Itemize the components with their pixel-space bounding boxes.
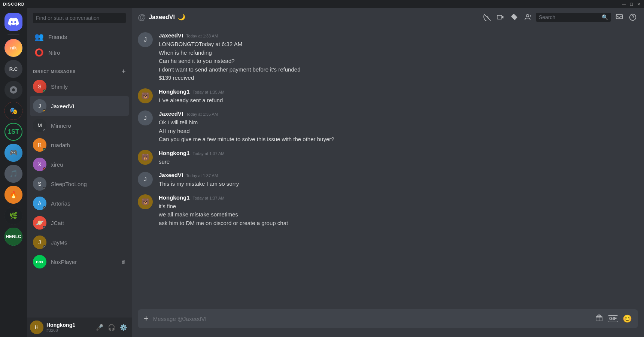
server-icon-8[interactable]: 🔥	[4, 186, 22, 204]
server-icon-7[interactable]: 🎵	[4, 165, 22, 183]
chat-header-user: @ JaxeedVI 🌙	[138, 12, 476, 22]
msg-content-5: JaxeedVI Today at 1:37 AM This is my mis…	[159, 172, 638, 188]
dm-item-minnero[interactable]: M Minnero	[30, 116, 129, 135]
phone-button[interactable]	[482, 12, 492, 22]
settings-button[interactable]: ⚙️	[118, 322, 129, 333]
message-input-area: + GIF	[132, 309, 644, 337]
close-button[interactable]: ✕	[637, 2, 641, 6]
user-tag: #3268	[46, 328, 91, 333]
search-icon: 🔍	[602, 14, 608, 20]
message-input[interactable]	[153, 312, 590, 326]
msg-avatar-5: J	[138, 172, 153, 187]
gift-button[interactable]	[595, 314, 603, 324]
msg-text-5: This is my mistake I am so sorry	[159, 180, 638, 188]
msg-timestamp-1: Today at 1:33 AM	[186, 34, 218, 38]
server-rc-label: R.C	[9, 66, 18, 72]
msg-content-4: Hongkong1 Today at 1:37 AM sure	[159, 150, 638, 166]
msg-header-4: Hongkong1 Today at 1:37 AM	[159, 150, 638, 156]
msg-avatar-6: 🐻	[138, 194, 153, 209]
dm-item-shmily[interactable]: S Shmily	[30, 77, 129, 96]
mic-button[interactable]: 🎤	[94, 322, 105, 333]
msg-text-6: it's fine we all make mistake sometimes …	[159, 202, 638, 228]
dm-avatar-jcatt: 🪐	[33, 216, 46, 230]
user-avatar: H	[30, 321, 43, 334]
dm-item-jayms[interactable]: J JayMs	[30, 233, 129, 252]
server-icon-rc[interactable]: R.C	[4, 60, 22, 78]
restore-button[interactable]: ☐	[629, 2, 634, 6]
dm-avatar-jaxeedvi: J	[33, 99, 46, 113]
server-icon-6[interactable]: 🎮	[4, 144, 22, 162]
dm-avatar-xireu: X	[33, 158, 46, 171]
msg-timestamp-2: Today at 1:35 AM	[193, 90, 225, 94]
friends-label: Friends	[48, 34, 67, 40]
gif-button[interactable]: GIF	[608, 315, 618, 322]
msg-text-2: i 've already sent a refund	[159, 96, 638, 105]
msg-avatar-4: 🐻	[138, 150, 153, 165]
chat-search-input[interactable]	[539, 14, 599, 20]
nitro-icon: ⭕	[34, 48, 44, 57]
dm-list: S Shmily J JaxeedVI M Minnero	[27, 77, 132, 318]
dm-name-xireu: xireu	[51, 161, 63, 168]
msg-content-3: JaxeedVI Today at 1:35 AM Ok I will tell…	[159, 110, 638, 144]
server-icon-5[interactable]: 1ST	[4, 123, 22, 141]
dm-item-jaxeedvi[interactable]: J JaxeedVI	[30, 96, 129, 116]
dm-nav: 👥 Friends ⭕ Nitro	[27, 28, 132, 61]
msg-content-6: Hongkong1 Today at 1:37 AM it's fine we …	[159, 194, 638, 228]
msg-header-6: Hongkong1 Today at 1:37 AM	[159, 194, 638, 201]
message-input-wrapper: + GIF	[138, 309, 638, 328]
dm-item-artorias[interactable]: A Artorias	[30, 194, 129, 213]
add-friend-button[interactable]	[522, 12, 533, 22]
server-icon-4[interactable]: 🎭	[4, 102, 22, 120]
nox-name: NoxPlayer	[51, 259, 77, 265]
emoji-icon: 😊	[623, 315, 632, 323]
dm-item-noxplayer[interactable]: nox NoxPlayer 🖥	[30, 252, 129, 271]
msg-author-2: Hongkong1	[159, 88, 190, 95]
video-button[interactable]	[495, 12, 506, 22]
gif-label: GIF	[609, 316, 617, 321]
message-group-4: 🐻 Hongkong1 Today at 1:37 AM sure	[138, 150, 638, 166]
svg-point-4	[526, 14, 529, 17]
pin-button[interactable]	[509, 12, 519, 22]
dm-item-ruadath[interactable]: R ruadath	[30, 135, 129, 155]
nitro-nav-item[interactable]: ⭕ Nitro	[30, 45, 129, 60]
friends-nav-item[interactable]: 👥 Friends	[30, 29, 129, 44]
search-wrapper: 🔍	[536, 13, 611, 22]
attach-button[interactable]: +	[144, 309, 149, 328]
msg-author-4: Hongkong1	[159, 150, 190, 156]
dm-name-minnero: Minnero	[51, 122, 71, 129]
server-icon-nikato[interactable]: nik	[4, 39, 22, 57]
dm-avatar-ruadath: R	[33, 138, 46, 152]
msg-text-1: LONGBONGTOToday at 6:32 AM When is he re…	[159, 40, 638, 82]
server-icon-9[interactable]: 🌿	[4, 207, 22, 225]
svg-rect-7	[616, 14, 623, 19]
chat-username: JaxeedVI	[149, 14, 174, 21]
dm-avatar-shmily: S	[33, 80, 46, 93]
message-group-2: 🐻 Hongkong1 Today at 1:35 AM i 've alrea…	[138, 88, 638, 105]
find-conversation-input[interactable]	[33, 13, 126, 23]
msg-author-5: JaxeedVI	[159, 172, 183, 178]
dm-name-ruadath: ruadath	[51, 142, 70, 148]
msg-timestamp-3: Today at 1:35 AM	[186, 112, 218, 116]
message-group-6: 🐻 Hongkong1 Today at 1:37 AM it's fine w…	[138, 194, 638, 228]
app-container: nik R.C 🎭 1ST 🎮 🎵 🔥 🌿 HENLC	[0, 8, 644, 337]
minimize-button[interactable]: —	[622, 2, 626, 6]
discord-home-icon[interactable]	[4, 13, 22, 31]
emoji-button[interactable]: 😊	[623, 314, 632, 323]
message-group-5: J JaxeedVI Today at 1:37 AM This is my m…	[138, 172, 638, 188]
msg-content-2: Hongkong1 Today at 1:35 AM i 've already…	[159, 88, 638, 105]
user-controls: 🎤 🎧 ⚙️	[94, 322, 129, 333]
headset-button[interactable]: 🎧	[106, 322, 117, 333]
app-brand: DISCORD	[3, 2, 25, 6]
dm-item-xireu[interactable]: X xireu	[30, 155, 129, 174]
titlebar: DISCORD — ☐ ✕	[0, 0, 644, 8]
help-button[interactable]	[628, 12, 638, 22]
user-name: Hongkong1	[46, 322, 91, 328]
server-icon-10[interactable]: HENLC	[4, 228, 22, 246]
add-dm-button[interactable]: +	[122, 67, 126, 75]
msg-avatar-1: J	[138, 32, 153, 47]
dm-avatar-minnero: M	[33, 119, 46, 132]
server-icon-3[interactable]	[4, 81, 22, 99]
dm-item-jcatt[interactable]: 🪐 JCatt	[30, 213, 129, 233]
dm-item-sleeptoolong[interactable]: S SleepTooLong	[30, 174, 129, 194]
inbox-button[interactable]	[614, 12, 625, 22]
